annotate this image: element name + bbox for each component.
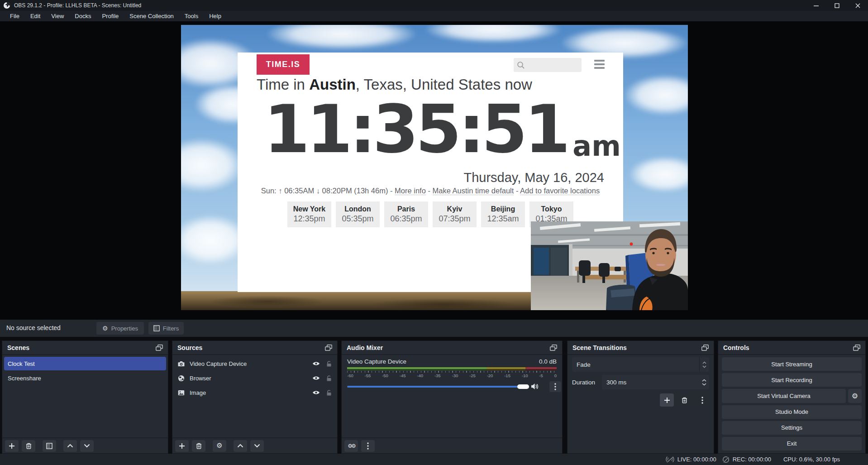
menu-profile[interactable]: Profile	[96, 11, 124, 21]
obs-logo-icon	[3, 2, 10, 9]
lock-icon[interactable]	[326, 390, 332, 396]
start-recording-button[interactable]: Start Recording	[722, 373, 862, 387]
menu-docks[interactable]: Docks	[69, 11, 96, 21]
chevron-down-icon	[254, 444, 260, 448]
popout-icon[interactable]	[853, 345, 860, 351]
search-icon	[517, 61, 525, 69]
scenes-toolbar	[2, 437, 168, 453]
visibility-eye-icon[interactable]	[312, 375, 320, 381]
settings-button[interactable]: Settings	[722, 421, 862, 435]
volume-meter-secondary	[347, 369, 557, 370]
menu-file[interactable]: File	[5, 11, 25, 21]
city-box-kyiv[interactable]: Kyiv 07:35pm	[433, 201, 477, 227]
transition-properties-button[interactable]	[695, 393, 709, 407]
city-box-paris[interactable]: Paris 06:35pm	[384, 201, 428, 227]
transition-select[interactable]: Fade	[572, 357, 709, 372]
city-box-london[interactable]: London 05:35pm	[336, 201, 380, 227]
search-input[interactable]	[514, 58, 582, 72]
move-scene-up-button[interactable]	[63, 440, 77, 452]
menu-view[interactable]: View	[46, 11, 69, 21]
webcam-video	[531, 221, 688, 310]
start-virtual-camera-button[interactable]: Start Virtual Camera	[722, 389, 846, 403]
title-bar: OBS 29.1.2 - Profile: LLHLS BETA - Scene…	[0, 0, 868, 11]
mixer-channel-menu-button[interactable]	[549, 381, 561, 392]
rec-status: REC: 00:00:00	[722, 456, 771, 463]
city-box-beijing[interactable]: Beijing 12:35am	[481, 201, 525, 227]
minimize-button[interactable]	[806, 0, 826, 11]
scene-item-clock-test[interactable]: Clock Test	[4, 357, 166, 370]
add-favorite-link[interactable]: Add to favorite locations	[520, 187, 600, 195]
add-transition-button[interactable]	[660, 393, 674, 407]
duration-label: Duration	[572, 379, 602, 386]
webcam-overlay[interactable]	[531, 221, 688, 310]
transitions-dock-header: Scene Transitions	[568, 341, 714, 355]
controls-dock: Controls Start Streaming Start Recording…	[718, 340, 866, 454]
properties-button[interactable]: ⚙ Properties	[96, 322, 144, 335]
status-bar: LIVE: 00:00:00 REC: 00:00:00 CPU: 0.6%, …	[0, 454, 868, 465]
lock-icon[interactable]	[326, 361, 332, 367]
start-streaming-button[interactable]: Start Streaming	[722, 357, 862, 371]
virtual-camera-config-button[interactable]: ⚙	[848, 389, 862, 403]
chevron-up-icon	[237, 444, 243, 448]
maximize-button[interactable]	[826, 0, 847, 11]
move-source-up-button[interactable]	[234, 440, 247, 452]
city-box-new-york[interactable]: New York 12:35pm	[287, 201, 331, 227]
scene-preview-canvas[interactable]: TIME.IS Time in Austin, Texas, United St…	[181, 25, 688, 310]
source-item-browser[interactable]: Browser	[174, 371, 335, 385]
filters-button[interactable]: Filters	[148, 322, 184, 335]
meter-tickmarks	[347, 371, 557, 373]
remove-scene-button[interactable]	[22, 440, 35, 452]
clock-meridiem: am	[572, 132, 620, 160]
live-timer: LIVE: 00:00:00	[677, 456, 716, 463]
cloud	[267, 25, 416, 50]
exit-button[interactable]: Exit	[722, 437, 862, 451]
visibility-eye-icon[interactable]	[312, 361, 320, 366]
source-item-video-capture[interactable]: Video Capture Device	[174, 357, 335, 370]
duration-spinbox[interactable]: 300 ms	[602, 375, 709, 389]
advanced-audio-button[interactable]: ⚙⚙	[344, 440, 358, 452]
timeis-logo[interactable]: TIME.IS	[257, 54, 310, 75]
scene-transitions-dock: Scene Transitions Fade Duration 300 ms	[567, 340, 714, 454]
source-item-image[interactable]: Image	[174, 386, 335, 399]
scene-item-screenshare[interactable]: Screenshare	[4, 371, 166, 385]
menu-scene-collection[interactable]: Scene Collection	[124, 11, 179, 21]
speaker-icon[interactable]	[531, 383, 539, 392]
mixer-menu-button[interactable]	[361, 440, 375, 452]
add-source-button[interactable]	[175, 440, 189, 452]
popout-icon[interactable]	[701, 345, 709, 351]
menu-tools[interactable]: Tools	[179, 11, 204, 21]
close-button[interactable]	[847, 0, 868, 11]
image-icon	[178, 390, 185, 396]
popout-icon[interactable]	[550, 345, 557, 351]
studio-mode-button[interactable]: Studio Mode	[722, 405, 862, 419]
remove-source-button[interactable]	[192, 440, 205, 452]
cloud	[181, 138, 244, 192]
scene-filters-button[interactable]	[43, 440, 56, 452]
preview-area: TIME.IS Time in Austin, Texas, United St…	[0, 21, 868, 320]
hamburger-menu-icon[interactable]	[594, 60, 605, 69]
filters-icon	[153, 325, 160, 331]
remove-transition-button[interactable]	[677, 393, 692, 407]
select-spinner-icons	[699, 357, 709, 372]
add-scene-button[interactable]	[5, 440, 19, 452]
popout-icon[interactable]	[325, 345, 332, 351]
source-properties-button[interactable]: ⚙	[213, 440, 226, 452]
dots-vertical-icon	[701, 397, 703, 404]
menu-edit[interactable]: Edit	[25, 11, 46, 21]
trash-icon	[682, 397, 687, 403]
lock-icon[interactable]	[326, 375, 332, 381]
more-info-link[interactable]: More info	[395, 187, 426, 195]
popout-icon[interactable]	[156, 345, 163, 351]
make-default-link[interactable]: Make Austin time default	[433, 187, 514, 195]
volume-meter	[347, 367, 557, 369]
dots-vertical-icon	[367, 442, 369, 450]
volume-slider[interactable]	[347, 386, 525, 388]
visibility-eye-icon[interactable]	[312, 390, 320, 395]
volume-slider-handle[interactable]	[517, 384, 529, 389]
move-scene-down-button[interactable]	[80, 440, 94, 452]
menu-help[interactable]: Help	[204, 11, 227, 21]
move-source-down-button[interactable]	[250, 440, 264, 452]
sources-toolbar: ⚙	[172, 437, 337, 453]
spinbox-arrows[interactable]	[699, 375, 709, 389]
no-source-selected-label: No source selected	[6, 324, 61, 331]
